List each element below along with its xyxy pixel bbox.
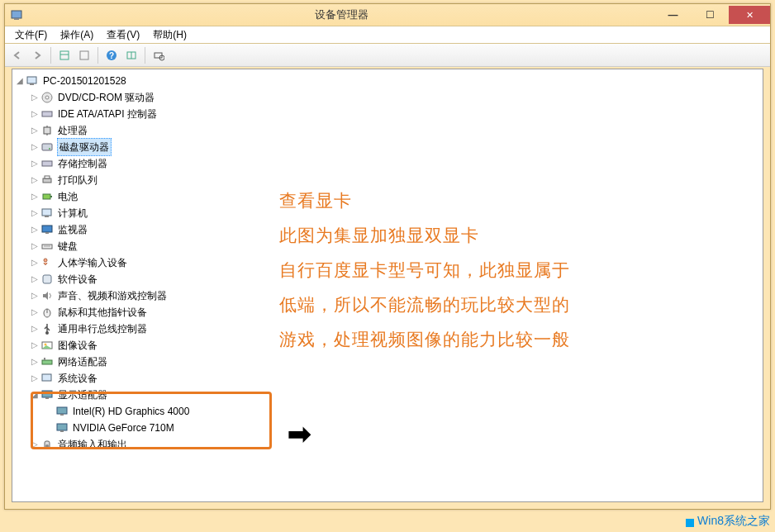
- svg-rect-46: [57, 424, 67, 430]
- device-category-icon: [40, 124, 54, 137]
- tree-item[interactable]: ▷人体学输入设备: [14, 254, 761, 271]
- tree-item[interactable]: ▷音频输入和输出: [14, 436, 761, 453]
- expand-icon[interactable]: ▷: [29, 436, 40, 453]
- svg-rect-15: [42, 112, 52, 116]
- windows-logo-icon: [684, 516, 694, 526]
- tree-root[interactable]: ◢ PC-201501201528: [14, 73, 761, 89]
- maximize-button[interactable]: [692, 6, 729, 24]
- svg-rect-33: [43, 275, 51, 283]
- expand-icon[interactable]: ▷: [29, 337, 40, 354]
- back-button[interactable]: [8, 46, 26, 64]
- device-category-icon: [40, 223, 54, 236]
- scan-hardware-button[interactable]: [150, 46, 168, 64]
- svg-point-20: [49, 148, 50, 150]
- device-category-icon: [40, 289, 54, 302]
- toolbar-btn-1[interactable]: [55, 46, 74, 64]
- tree-item[interactable]: ▷键盘: [14, 238, 761, 254]
- svg-rect-23: [45, 176, 50, 178]
- tree-item[interactable]: ▷鼠标和其他指针设备: [14, 304, 761, 321]
- toolbar-btn-3[interactable]: [122, 46, 140, 64]
- svg-rect-43: [45, 397, 49, 399]
- tree-item[interactable]: ▷计算机: [14, 205, 761, 221]
- svg-rect-11: [27, 77, 36, 83]
- expand-icon[interactable]: ▷: [29, 122, 40, 139]
- tree-item[interactable]: ▷通用串行总线控制器: [14, 321, 761, 337]
- tree-item-label: 键盘: [57, 238, 78, 254]
- expand-icon[interactable]: ▷: [29, 321, 40, 337]
- expand-icon[interactable]: ▷: [29, 205, 40, 221]
- device-category-icon: [40, 256, 54, 269]
- toolbar-separator: [97, 47, 98, 64]
- device-category-icon: [40, 173, 54, 187]
- svg-point-32: [44, 259, 47, 262]
- tree-item[interactable]: ▷监视器: [14, 221, 761, 238]
- svg-rect-29: [45, 232, 49, 234]
- tree-item[interactable]: ▷IDE ATA/ATAPI 控制器: [14, 106, 761, 122]
- svg-rect-25: [50, 196, 52, 197]
- expand-icon[interactable]: ▷: [29, 254, 40, 271]
- tree-item-label: Intel(R) HD Graphics 4000: [72, 403, 190, 420]
- svg-rect-40: [44, 358, 45, 360]
- tree-item[interactable]: ▷打印队列: [14, 172, 761, 188]
- svg-point-36: [45, 331, 49, 335]
- tree-item[interactable]: ◢显示适配器: [14, 387, 761, 403]
- tree-item[interactable]: ▷图像设备: [14, 337, 761, 354]
- menu-view[interactable]: 查看(V): [100, 26, 146, 44]
- expand-icon[interactable]: ▷: [29, 89, 40, 106]
- tree-item[interactable]: ▷存储控制器: [14, 155, 761, 172]
- tree-item-label: IDE ATA/ATAPI 控制器: [57, 106, 158, 122]
- expand-icon[interactable]: ▷: [29, 106, 40, 122]
- tree-item-label: 网络适配器: [57, 354, 108, 370]
- tree-item[interactable]: ▷声音、视频和游戏控制器: [14, 287, 761, 304]
- display-adapter-icon: [55, 421, 69, 435]
- expand-icon[interactable]: ▷: [29, 354, 40, 370]
- expand-icon[interactable]: ▷: [29, 271, 40, 287]
- tree-item[interactable]: ▷软件设备: [14, 271, 761, 287]
- svg-rect-42: [42, 391, 52, 397]
- tree-item[interactable]: ▷系统设备: [14, 370, 761, 387]
- expand-icon[interactable]: ▷: [29, 172, 40, 188]
- expand-icon[interactable]: ◢: [29, 387, 40, 403]
- device-category-icon: [40, 107, 54, 121]
- svg-rect-44: [57, 407, 67, 414]
- tree-item[interactable]: ▷处理器: [14, 122, 761, 139]
- expand-icon[interactable]: ▷: [29, 221, 40, 238]
- menu-help[interactable]: 帮助(H): [146, 26, 193, 44]
- svg-rect-39: [42, 360, 52, 364]
- menu-file[interactable]: 文件(F): [8, 26, 54, 44]
- expand-icon[interactable]: ▷: [29, 155, 40, 172]
- tree-item[interactable]: ▷网络适配器: [14, 354, 761, 370]
- device-category-icon: [40, 190, 54, 203]
- expand-icon[interactable]: ▷: [29, 188, 40, 205]
- help-button[interactable]: ?: [102, 46, 121, 64]
- expand-icon[interactable]: ▷: [29, 304, 40, 321]
- minimize-button[interactable]: [654, 6, 692, 24]
- tree-item[interactable]: ▷磁盘驱动器: [14, 139, 761, 155]
- device-category-icon: [40, 322, 54, 335]
- expand-icon[interactable]: ▷: [29, 287, 40, 304]
- svg-rect-21: [42, 161, 52, 166]
- toolbar-btn-2[interactable]: [75, 46, 93, 64]
- collapse-icon[interactable]: ◢: [14, 73, 26, 89]
- titlebar[interactable]: 设备管理器: [5, 4, 770, 26]
- tree-item-label: 鼠标和其他指针设备: [57, 304, 148, 321]
- forward-button[interactable]: [28, 46, 46, 64]
- svg-rect-19: [42, 144, 52, 150]
- computer-icon: [26, 74, 39, 88]
- expand-icon[interactable]: ▷: [29, 370, 40, 387]
- tree-item[interactable]: ▷Intel(R) HD Graphics 4000: [14, 403, 761, 420]
- svg-rect-45: [60, 414, 64, 416]
- menu-action[interactable]: 操作(A): [54, 26, 100, 44]
- expand-icon[interactable]: ▷: [29, 139, 40, 155]
- tree-item-label: 软件设备: [57, 271, 98, 287]
- device-category-icon: [40, 355, 54, 368]
- tree-item[interactable]: ▷DVD/CD-ROM 驱动器: [14, 89, 761, 106]
- device-tree[interactable]: ◢ PC-201501201528 ▷DVD/CD-ROM 驱动器▷IDE AT…: [12, 69, 763, 456]
- tree-item[interactable]: ▷NVIDIA GeForce 710M: [14, 420, 761, 436]
- tree-item[interactable]: ▷电池: [14, 188, 761, 205]
- device-category-icon: [40, 240, 54, 253]
- expand-icon[interactable]: ▷: [29, 238, 40, 254]
- svg-point-49: [45, 444, 49, 448]
- close-button[interactable]: [729, 6, 770, 24]
- device-category-icon: [40, 91, 54, 104]
